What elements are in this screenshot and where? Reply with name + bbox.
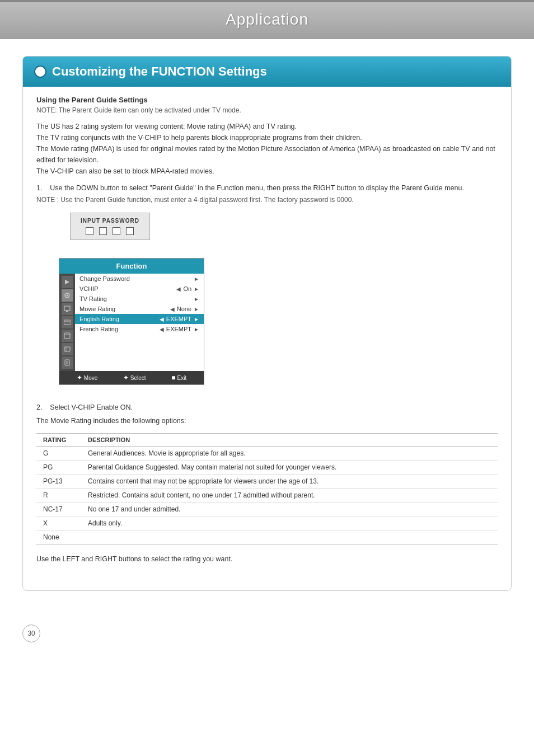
menu-icon-7 — [62, 356, 73, 369]
rating-pg: PG — [36, 461, 81, 475]
step1-number: 1. — [36, 184, 42, 192]
menu-icon-6 — [62, 343, 73, 355]
section-body: Using the Parent Guide Settings NOTE: Th… — [23, 87, 511, 579]
menu-icon-5 — [62, 330, 73, 342]
col-header-rating: RATING — [36, 434, 81, 447]
page-number: 30 — [22, 624, 40, 642]
rating-g: G — [36, 447, 81, 461]
description-g: General Audiences. Movie is appropriate … — [81, 447, 498, 461]
main-content: Customizing the FUNCTION Settings Using … — [0, 39, 534, 624]
table-row: R Restricted. Contains adult content, no… — [36, 489, 498, 503]
footer-move: ✦ Move — [77, 374, 97, 382]
menu-icon-3 — [62, 303, 73, 315]
footer-area: 30 — [0, 624, 534, 658]
description-r: Restricted. Contains adult content, no o… — [81, 489, 498, 503]
description-pg13: Contains content that may not be appropr… — [81, 475, 498, 489]
menu-icon-4 — [62, 316, 73, 328]
body-text-1: The US has 2 rating system for viewing c… — [36, 121, 498, 177]
svg-rect-6 — [64, 333, 70, 339]
using-parent-guide-subtitle: Using the Parent Guide Settings — [36, 96, 498, 104]
table-row: G General Audiences. Movie is appropriat… — [36, 447, 498, 461]
input-password-label: INPUT PASSWORD — [81, 218, 139, 224]
table-row: None — [36, 530, 498, 544]
section-card-header: Customizing the FUNCTION Settings — [23, 57, 511, 87]
rating-nc17: NC-17 — [36, 503, 81, 516]
svg-point-1 — [67, 295, 68, 297]
menu-icons-column — [59, 274, 75, 371]
step2-subtext: The Movie Rating includes the following … — [36, 415, 498, 426]
step2-container: 2. Select V-CHIP Enable ON. The Movie Ra… — [36, 402, 498, 426]
page-title: Application — [226, 11, 308, 29]
rating-table: RATING DESCRIPTION G General Audiences. … — [36, 433, 498, 544]
section-card: Customizing the FUNCTION Settings Using … — [22, 56, 512, 591]
password-square-4 — [126, 227, 134, 235]
menu-item-change-password: Change Password ► — [75, 274, 204, 284]
function-menu: Function — [59, 258, 204, 385]
step2-text: 2. Select V-CHIP Enable ON. — [36, 402, 498, 413]
step2-number: 2. — [36, 403, 42, 411]
parent-guide-note: NOTE: The Parent Guide item can only be … — [36, 106, 498, 114]
password-square-1 — [86, 227, 93, 235]
table-row: X Adults only. — [36, 516, 498, 530]
menu-item-vchip: VCHIP ◀ On ► — [75, 284, 204, 294]
page-header: Application — [0, 0, 534, 39]
svg-rect-3 — [66, 311, 68, 312]
table-row: PG-13 Contains content that may not be a… — [36, 475, 498, 489]
menu-icon-1 — [62, 276, 73, 288]
section-card-title: Customizing the FUNCTION Settings — [52, 64, 267, 79]
footer-exit: ■ Exit — [171, 374, 186, 382]
table-row: NC-17 No one 17 and under admitted. — [36, 503, 498, 516]
rating-x: X — [36, 516, 81, 530]
menu-item-tv-rating: TV Rating ► — [75, 294, 204, 304]
description-none — [81, 530, 498, 544]
description-x: Adults only. — [81, 516, 498, 530]
function-menu-body: Change Password ► VCHIP ◀ On ► — [59, 274, 204, 371]
svg-rect-4 — [64, 320, 71, 325]
input-password-box: INPUT PASSWORD — [70, 213, 150, 240]
password-squares — [81, 227, 139, 235]
rating-r: R — [36, 489, 81, 503]
rating-none: None — [36, 530, 81, 544]
closing-text: Use the LEFT and RIGHT buttons to select… — [36, 553, 498, 565]
section-icon — [34, 65, 46, 78]
menu-item-english-rating: English Rating ◀ EXEMPT ► — [75, 314, 204, 324]
rating-pg13: PG-13 — [36, 475, 81, 489]
menu-item-french-rating: French Rating ◀ EXEMPT ► — [75, 324, 204, 334]
password-square-3 — [113, 227, 120, 235]
step1-text: 1. Use the DOWN button to select "Parent… — [36, 182, 498, 194]
svg-rect-2 — [64, 306, 70, 311]
description-nc17: No one 17 and under admitted. — [81, 503, 498, 516]
input-password-container: INPUT PASSWORD — [70, 213, 498, 240]
svg-rect-8 — [64, 347, 70, 351]
menu-icon-2 — [62, 289, 73, 302]
description-pg: Parental Guidance Suggested. May contain… — [81, 461, 498, 475]
menu-items-column: Change Password ► VCHIP ◀ On ► — [75, 274, 204, 371]
password-square-2 — [99, 227, 107, 235]
menu-item-movie-rating: Movie Rating ◀ None ► — [75, 304, 204, 314]
col-header-description: DESCRIPTION — [81, 434, 498, 447]
function-menu-header: Function — [59, 259, 204, 274]
function-menu-footer: ✦ Move ✦ Select ■ Exit — [59, 371, 204, 384]
step1-note: NOTE : Use the Parent Guide function, mu… — [36, 196, 498, 204]
function-menu-container: Function — [59, 258, 204, 385]
footer-select: ✦ Select — [123, 374, 146, 382]
table-row: PG Parental Guidance Suggested. May cont… — [36, 461, 498, 475]
